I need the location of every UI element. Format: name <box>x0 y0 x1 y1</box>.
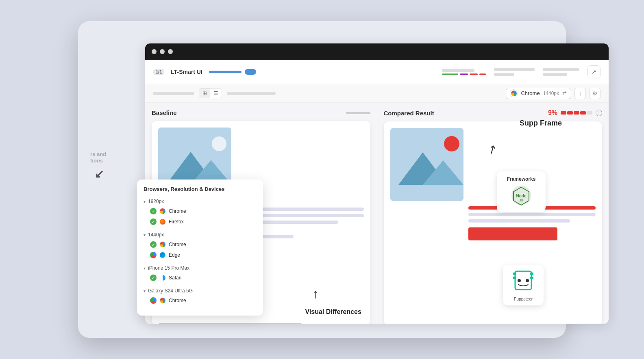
placeholder-line-2 <box>494 68 535 71</box>
slider-bar-1[interactable] <box>209 71 242 73</box>
share-icon: ↗ <box>592 69 596 75</box>
svg-rect-15 <box>530 277 533 279</box>
view-btn-list[interactable]: ☰ <box>210 89 222 98</box>
chrome-icon-1920 <box>160 208 165 214</box>
check-edge-1440 <box>150 252 157 258</box>
download-button[interactable]: ↓ <box>574 88 586 99</box>
browser-select[interactable]: Chrome 1440px ⇄ <box>506 88 571 99</box>
resolution-label-1440: 1440px <box>148 232 164 238</box>
swap-icon: ⇄ <box>562 90 567 96</box>
diff-bars <box>561 111 592 115</box>
puppeteer-icon <box>511 269 535 294</box>
browser-titlebar <box>145 43 609 60</box>
diff-percent: 9% <box>548 109 557 117</box>
view-btn-grid[interactable]: ⊞ <box>199 89 210 98</box>
left-annotation: rs andtions ↙ <box>90 151 106 165</box>
resolution-label: 1440px <box>543 91 559 96</box>
resolution-header-iphone[interactable]: ▾ iPhone 15 Pro Max <box>144 264 257 272</box>
svg-rect-11 <box>515 271 531 290</box>
legend-bar-red-1 <box>470 74 478 75</box>
chrome-label-1920: Chrome <box>169 208 186 214</box>
resolution-group-1920: ▾ 1920px ✓ Chrome ✓ Firefox <box>144 197 257 227</box>
resolution-label-iphone: iPhone 15 Pro Max <box>148 265 189 271</box>
browser-item-chrome-galaxy[interactable]: Chrome <box>144 295 257 306</box>
frameworks-card: Frameworks Node JS <box>497 171 546 212</box>
compared-diff-info: 9% i <box>548 109 602 117</box>
compared-line-2 <box>468 213 596 216</box>
resolution-group-iphone: ▾ iPhone 15 Pro Max ✓ Safari <box>144 264 257 283</box>
legend-bar-green <box>442 74 458 75</box>
app-title: LT-Smart UI <box>171 69 202 75</box>
view-toggle[interactable]: ⊞ ☰ <box>199 88 222 98</box>
resolution-group-1440: ▾ 1440px ✓ Chrome Edge <box>144 230 257 260</box>
toolbar-right: ↗ <box>442 65 600 78</box>
download-icon: ↓ <box>579 90 582 97</box>
placeholder-line-3 <box>494 73 514 76</box>
arrow-visual-diff: ↑ <box>312 286 319 301</box>
svg-text:JS: JS <box>519 199 523 202</box>
traffic-light-close[interactable] <box>152 49 157 54</box>
baseline-title: Baseline <box>152 109 177 116</box>
diff-bar-2 <box>567 111 573 115</box>
browser-item-edge-1440[interactable]: Edge <box>144 250 257 260</box>
browser-item-safari-iphone[interactable]: ✓ Safari <box>144 272 257 283</box>
compared-panel: Compared Result 9% i <box>377 103 609 324</box>
compared-image <box>390 128 463 201</box>
bottom-line-1 <box>158 323 302 324</box>
placeholder-line-5 <box>543 73 567 76</box>
resolution-header-1920[interactable]: ▾ 1920px <box>144 197 257 206</box>
sub-placeholder-1 <box>153 92 194 95</box>
placeholder-group-2 <box>494 68 535 76</box>
chevron-1440: ▾ <box>144 233 146 237</box>
settings-button[interactable]: ⚙ <box>589 88 600 99</box>
safari-icon-iphone <box>160 275 165 281</box>
svg-point-16 <box>518 279 521 282</box>
svg-rect-14 <box>513 277 516 279</box>
sub-toolbar: ⊞ ☰ Chrome 1440px ⇄ ↓ ⚙ <box>145 84 609 103</box>
browser-item-firefox-1920[interactable]: ✓ Firefox <box>144 216 257 227</box>
version-badge: 1/1 <box>153 69 164 75</box>
chrome-icon-galaxy <box>160 298 165 303</box>
resolution-header-1440[interactable]: ▾ 1440px <box>144 230 257 239</box>
visual-differences-label: Visual Differences <box>305 308 361 316</box>
check-chrome-galaxy <box>150 297 157 304</box>
compared-header: Compared Result 9% i <box>384 109 603 117</box>
right-annotation: Supp Frame <box>520 119 562 128</box>
slider-knob-1[interactable] <box>245 69 256 75</box>
info-icon[interactable]: i <box>596 110 602 116</box>
check-chrome-1920: ✓ <box>150 208 157 214</box>
svg-point-17 <box>526 279 529 282</box>
browser-name: Chrome <box>521 90 540 96</box>
browser-item-chrome-1920[interactable]: ✓ Chrome <box>144 206 257 216</box>
chrome-icon-1440 <box>160 242 165 247</box>
check-firefox-1920: ✓ <box>150 218 157 225</box>
diff-dot <box>444 136 459 151</box>
share-button[interactable]: ↗ <box>587 65 600 78</box>
edge-icon-1440 <box>160 252 165 258</box>
resolution-label-galaxy: Galaxy S24 Ultra 5G <box>148 288 193 294</box>
dropdown-title: Browsers, Resolution & Devices <box>144 186 257 192</box>
toolbar-sliders <box>209 69 256 75</box>
baseline-header: Baseline <box>152 109 370 116</box>
diff-bar-1 <box>561 111 566 115</box>
svg-rect-13 <box>530 272 533 275</box>
resolution-header-galaxy[interactable]: ▾ Galaxy S24 Ultra 5G <box>144 286 257 295</box>
puppeteer-label: Puppeteer <box>507 297 540 301</box>
placeholder-line-4 <box>543 68 579 71</box>
placeholder-group-3 <box>543 68 579 76</box>
firefox-label-1920: Firefox <box>169 219 184 225</box>
puppeteer-card: Puppeteer <box>503 265 544 305</box>
chevron-1920: ▾ <box>144 199 146 204</box>
traffic-light-maximize[interactable] <box>168 49 173 54</box>
baseline-scrollbar[interactable] <box>346 112 370 114</box>
browser-select-wrapper: Chrome 1440px ⇄ ↓ ⚙ <box>506 88 600 99</box>
traffic-light-minimize[interactable] <box>160 49 165 54</box>
browser-item-chrome-1440[interactable]: ✓ Chrome <box>144 239 257 250</box>
settings-icon: ⚙ <box>592 90 598 97</box>
svg-rect-12 <box>513 272 516 275</box>
placeholder-line-1 <box>442 69 474 72</box>
placeholder-group-1 <box>442 69 486 75</box>
chrome-label-galaxy: Chrome <box>169 298 186 303</box>
check-safari-iphone: ✓ <box>150 275 157 281</box>
resolution-label-1920: 1920px <box>148 199 164 204</box>
